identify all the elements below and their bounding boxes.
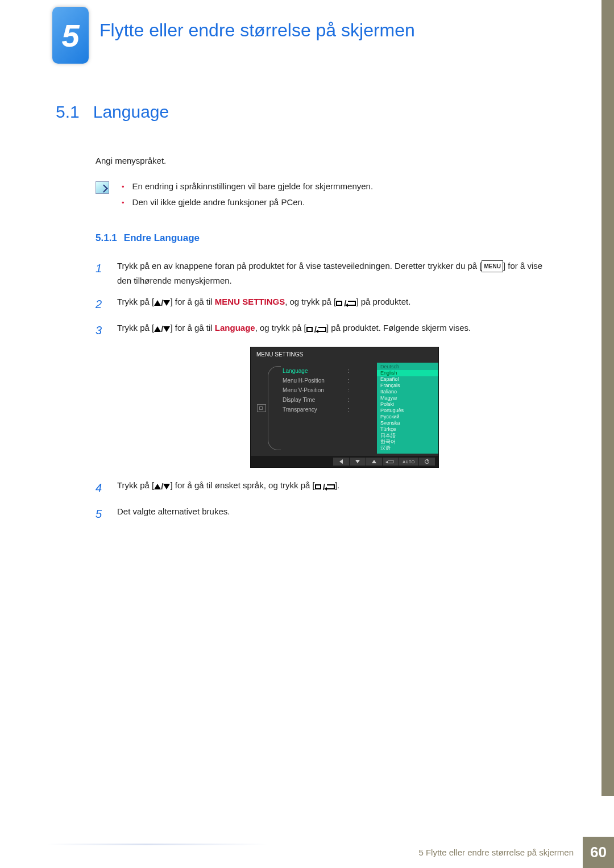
side-strip — [601, 0, 614, 796]
enter-icon: / — [306, 322, 326, 337]
osd-menu-items: Language: Menu H-Position: Menu V-Positi… — [280, 363, 377, 454]
osd-title: MENU SETTINGS — [251, 347, 438, 362]
osd-menu-row: Menu H-Position: — [283, 376, 377, 385]
page-number: 60 — [583, 837, 614, 868]
osd-language-option: Italiano — [377, 389, 438, 395]
step-text: Trykk på en av knappene foran på produkt… — [117, 259, 556, 288]
osd-nav-bar: AUTO — [251, 456, 438, 467]
step-text: Trykk på [/] for å gå til Language, og t… — [117, 321, 556, 340]
note-item: • Den vil ikke gjelde andre funksjoner p… — [122, 197, 373, 209]
osd-nav-down-icon — [350, 458, 366, 466]
note-text: Den vil ikke gjelde andre funksjoner på … — [132, 197, 305, 209]
osd-nav-left-icon — [333, 458, 349, 466]
osd-nav-power-icon — [419, 458, 435, 466]
up-down-icon: / — [154, 296, 170, 310]
up-down-icon: / — [154, 322, 170, 337]
osd-language-option: Türkçe — [377, 426, 438, 433]
footer-right: 5 Flytte eller endre størrelse på skjerm… — [409, 837, 614, 868]
section-title: Language — [93, 102, 169, 122]
note-icon — [96, 181, 109, 194]
step-number: 3 — [96, 321, 106, 340]
osd-body: Language: Menu H-Position: Menu V-Positi… — [251, 362, 438, 456]
chapter-number: 5 — [61, 17, 79, 54]
osd-category-icon — [257, 404, 266, 412]
step-number: 4 — [96, 478, 106, 497]
osd-language-option: 汉语 — [377, 445, 438, 451]
osd-language-option: 한국어 — [377, 439, 438, 445]
osd-menu-row: Language: — [283, 366, 377, 376]
step-number: 2 — [96, 294, 106, 314]
section-number: 5.1 — [56, 102, 80, 122]
enter-icon: / — [315, 480, 335, 495]
step-text: Trykk på [/] for å gå til ønsket språk, … — [117, 478, 556, 497]
subsection-title: Endre Language — [124, 232, 200, 244]
osd-language-option: Português — [377, 408, 438, 414]
note-block: • En endring i språkinnstillingen vil ba… — [96, 181, 556, 213]
bullet-icon: • — [122, 197, 125, 209]
bullet-icon: • — [122, 181, 125, 193]
chapter-title: Flytte eller endre størrelse på skjermen — [99, 20, 415, 41]
osd-nav-enter-icon — [383, 458, 399, 466]
step-3: 3 Trykk på [/] for å gå til Language, og… — [96, 321, 556, 340]
note-item: • En endring i språkinnstillingen vil ba… — [122, 181, 373, 193]
step-text: Trykk på [/] for å gå til MENU SETTINGS,… — [117, 294, 556, 314]
section-intro: Angi menyspråket. — [96, 156, 556, 165]
osd-language-option: Polski — [377, 401, 438, 408]
osd-language-option: Español — [377, 376, 438, 383]
osd-language-option-selected: English — [377, 370, 438, 376]
note-text: En endring i språkinnstillingen vil bare… — [132, 181, 374, 193]
osd-language-option: Français — [377, 383, 438, 389]
osd-screenshot: MENU SETTINGS Language: Menu H-Position:… — [250, 347, 439, 468]
osd-language-option: Svenska — [377, 420, 438, 426]
menu-settings-label: MENU SETTINGS — [215, 297, 285, 306]
step-4: 4 Trykk på [/] for å gå til ønsket språk… — [96, 478, 556, 497]
step-5: 5 Det valgte alternativet brukes. — [96, 504, 556, 524]
note-list: • En endring i språkinnstillingen vil ba… — [122, 181, 373, 213]
osd-nav-auto-label: AUTO — [399, 458, 418, 466]
step-number: 1 — [96, 259, 106, 288]
osd-menu-row: Transparency: — [283, 405, 377, 414]
subsection-number: 5.1.1 — [96, 232, 117, 244]
up-down-icon: / — [154, 479, 170, 494]
step-1: 1 Trykk på en av knappene foran på produ… — [96, 259, 556, 288]
osd-nav-up-icon — [366, 458, 382, 466]
osd-arc-decoration — [272, 363, 280, 454]
page-content: 5.1 Language Angi menyspråket. • En endr… — [56, 102, 556, 530]
step-text: Det valgte alternativet brukes. — [117, 504, 556, 524]
step-2: 2 Trykk på [/] for å gå til MENU SETTING… — [96, 294, 556, 314]
osd-language-list: Deutsch English Español Français Italian… — [377, 363, 438, 454]
subsection-heading: 5.1.1 Endre Language — [96, 232, 556, 244]
step-number: 5 — [96, 504, 106, 524]
language-label: Language — [215, 323, 255, 333]
osd-language-option: Русский — [377, 414, 438, 420]
chapter-tab: 5 — [52, 7, 89, 64]
menu-button-icon: MENU — [482, 260, 503, 272]
osd-language-option: 日本語 — [377, 433, 438, 439]
osd-language-option: Deutsch — [377, 364, 438, 370]
step-list: 1 Trykk på en av knappene foran på produ… — [96, 259, 556, 524]
osd-menu-row: Menu V-Position: — [283, 385, 377, 395]
osd-language-option: Magyar — [377, 395, 438, 401]
section-heading: 5.1 Language — [56, 102, 556, 122]
enter-icon: / — [336, 296, 356, 311]
footer-chapter-label: 5 Flytte eller endre størrelse på skjerm… — [409, 837, 583, 868]
page-footer: 5 Flytte eller endre størrelse på skjerm… — [0, 837, 614, 868]
osd-menu-row: Display Time: — [283, 395, 377, 405]
